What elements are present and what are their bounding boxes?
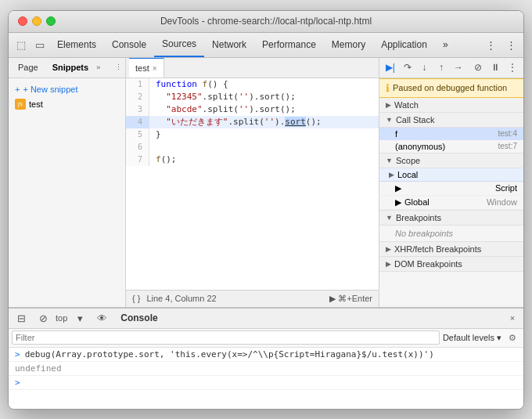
code-line-1: 1 function f() { xyxy=(126,78,379,91)
console-entry-0: > debug(Array.prototype.sort, 'this.ever… xyxy=(9,348,523,362)
console-input-text: debug(Array.prototype.sort, 'this.every(… xyxy=(25,349,434,359)
tab-snippets[interactable]: Snippets xyxy=(46,61,95,74)
pause-notice-text: Paused on debugged function xyxy=(393,83,507,92)
window-title: DevTools - chrome-search://local-ntp/loc… xyxy=(160,16,372,27)
main-toolbar: ⬚ ▭ Elements Console Sources Network Per… xyxy=(9,33,523,58)
callstack-section-header[interactable]: ▼ Call Stack xyxy=(379,113,523,128)
minimize-button[interactable] xyxy=(32,16,41,26)
console-sidebar-icon[interactable]: ⊟ xyxy=(12,309,31,327)
scope-section-header[interactable]: ▼ Scope xyxy=(379,154,523,168)
console-context-arrow[interactable]: ▾ xyxy=(70,309,89,327)
titlebar: DevTools - chrome-search://local-ntp/loc… xyxy=(9,11,523,33)
right-panel: ▶| ↷ ↓ ↑ → ⊘ ⏸ ⋮ ℹ Paused on debugged fu… xyxy=(379,58,523,307)
format-icon[interactable]: { } xyxy=(132,294,140,303)
breakpoints-section-header[interactable]: ▼ Breakpoints xyxy=(379,211,523,226)
tab-page[interactable]: Page xyxy=(12,61,45,74)
scope-local-label: Local xyxy=(397,170,418,179)
callstack-loc-f: test:4 xyxy=(498,129,517,138)
pause-notice: ℹ Paused on debugged function xyxy=(379,78,523,98)
snippet-item-test[interactable]: js test xyxy=(9,97,125,111)
step-into-button[interactable]: ↓ xyxy=(416,60,432,75)
callstack-item-f[interactable]: f test:4 xyxy=(379,128,523,140)
close-button[interactable] xyxy=(18,16,27,26)
code-line-4: 4 "いただきます".split('').sort(); xyxy=(126,116,379,128)
code-statusbar: { } Line 4, Column 22 ▶ ⌘+Enter xyxy=(126,290,379,307)
scope-script-arrow: ▶ xyxy=(395,183,401,193)
pause-exception-button[interactable]: ⏸ xyxy=(487,60,503,75)
code-editor[interactable]: 1 function f() { 2 "12345".split('').sor… xyxy=(126,78,379,290)
plus-icon: + xyxy=(15,85,20,94)
dock-icon[interactable]: ⋮ xyxy=(481,35,500,54)
panel-tabs-more[interactable]: » xyxy=(96,63,100,71)
console-close-button[interactable]: × xyxy=(505,310,520,326)
file-tab-name: test xyxy=(135,63,149,73)
dom-arrow-icon: ▶ xyxy=(386,260,391,268)
callstack-item-anonymous[interactable]: (anonymous) test:7 xyxy=(379,140,523,153)
code-line-5: 5 } xyxy=(126,128,379,141)
dom-section-header[interactable]: ▶ DOM Breakpoints xyxy=(379,257,523,272)
panel-more-btn[interactable]: ⋮ xyxy=(115,63,122,71)
middle-panel: test × 1 function f() { 2 "12345".split(… xyxy=(126,58,379,307)
tab-console[interactable]: Console xyxy=(104,32,154,57)
more-debug-btn[interactable]: ⋮ xyxy=(505,60,520,75)
fullscreen-button[interactable] xyxy=(46,16,56,26)
step-over-button[interactable]: ↷ xyxy=(400,60,415,75)
watch-section-header[interactable]: ▶ Watch xyxy=(379,98,523,113)
scope-global-arrow: ▶ xyxy=(395,197,401,208)
console-levels-dropdown[interactable]: Default levels ▾ xyxy=(443,333,501,343)
xhr-section-header[interactable]: ▶ XHR/fetch Breakpoints xyxy=(379,242,523,257)
console-current-entry[interactable]: > xyxy=(9,376,523,390)
device-icon[interactable]: ▭ xyxy=(31,35,49,54)
console-entry-1: undefined xyxy=(9,362,523,376)
traffic-lights xyxy=(18,16,56,26)
xhr-label: XHR/fetch Breakpoints xyxy=(394,244,481,254)
console-output-undefined: undefined xyxy=(15,363,62,374)
run-shortcut: ▶ ⌘+Enter xyxy=(329,294,372,304)
code-line-2: 2 "12345".split('').sort(); xyxy=(126,91,379,103)
console-eye-icon[interactable]: 👁 xyxy=(92,309,111,327)
console-filter-input[interactable] xyxy=(12,331,440,345)
console-title: Console xyxy=(114,312,164,323)
tab-sources[interactable]: Sources xyxy=(154,32,204,57)
new-snippet-button[interactable]: + + New snippet xyxy=(9,81,125,97)
resume-button[interactable]: ▶| xyxy=(383,60,398,75)
file-tab-close[interactable]: × xyxy=(153,64,157,73)
snippets-content: + + New snippet js test xyxy=(9,78,125,307)
step-button[interactable]: → xyxy=(451,60,466,75)
breakpoints-content: No breakpoints xyxy=(379,226,523,242)
statusbar-right: ▶ ⌘+Enter xyxy=(329,294,372,304)
deactivate-button[interactable]: ⊘ xyxy=(471,60,487,75)
step-out-button[interactable]: ↑ xyxy=(433,60,449,75)
scope-global-item[interactable]: ▶ Global Window xyxy=(379,196,523,210)
scope-label: Scope xyxy=(396,156,420,165)
settings-icon[interactable]: ⋮ xyxy=(501,35,520,54)
xhr-arrow-icon: ▶ xyxy=(386,245,391,253)
scope-content: ▶ Local ▶ Script ▶ Global Window xyxy=(379,168,523,211)
console-filter-bar: Default levels ▾ ⚙ xyxy=(9,329,523,348)
file-tabs: test × xyxy=(126,58,379,78)
new-snippet-label: + New snippet xyxy=(23,85,77,94)
callstack-fn-f: f xyxy=(395,129,397,139)
dom-label: DOM Breakpoints xyxy=(394,259,462,269)
code-lines: 1 function f() { 2 "12345".split('').sor… xyxy=(126,78,379,166)
tab-network[interactable]: Network xyxy=(204,32,254,57)
scope-script-item[interactable]: ▶ Script xyxy=(379,182,523,196)
tab-application[interactable]: Application xyxy=(373,32,435,57)
file-tab-test[interactable]: test × xyxy=(129,58,164,78)
content-area: Page Snippets » ⋮ + + New snippet js tes… xyxy=(9,58,523,307)
pause-warning-icon: ℹ xyxy=(386,82,390,94)
console-clear-icon[interactable]: ⊘ xyxy=(34,309,52,327)
tab-memory[interactable]: Memory xyxy=(324,32,373,57)
js-file-icon: js xyxy=(15,99,26,110)
scope-global-label: Global xyxy=(404,197,430,207)
console-toolbar: ⊟ ⊘ top ▾ 👁 Console × xyxy=(9,309,523,329)
console-settings-icon[interactable]: ⚙ xyxy=(505,330,520,345)
console-context-label: top xyxy=(56,313,67,323)
scope-global-value: Window xyxy=(487,197,517,207)
tab-elements[interactable]: Elements xyxy=(49,32,104,57)
callstack-arrow-icon: ▼ xyxy=(386,116,393,124)
tab-more[interactable]: » xyxy=(435,32,456,57)
inspect-icon[interactable]: ⬚ xyxy=(12,35,31,54)
scope-local-item[interactable]: ▶ Local xyxy=(379,168,523,182)
tab-performance[interactable]: Performance xyxy=(254,32,324,57)
